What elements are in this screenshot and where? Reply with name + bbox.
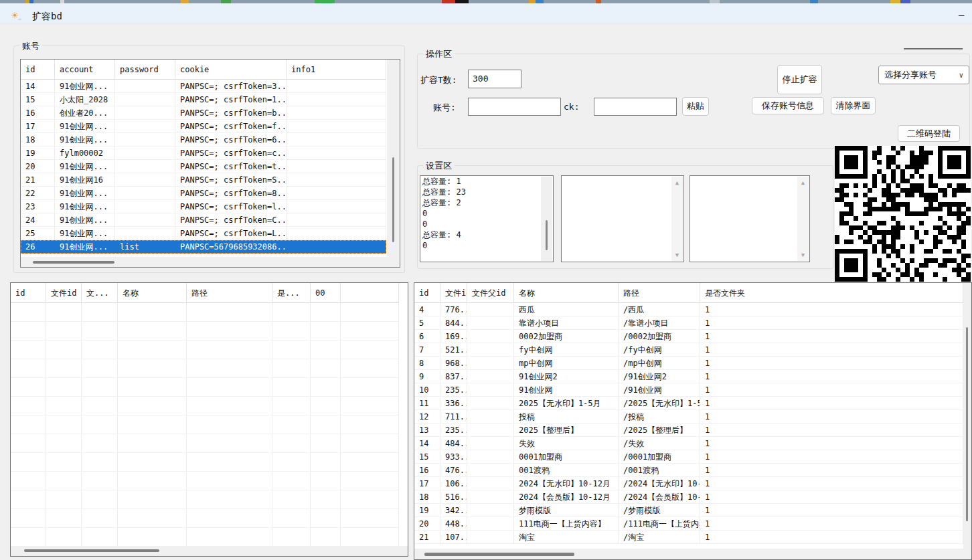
- right-file-table[interactable]: id文件id文件父id名称路径是否文件夹4776...西瓜/西瓜15844...…: [414, 282, 972, 560]
- table-row[interactable]: 13235...2025【整理后】/2025【整理后】1: [414, 424, 963, 437]
- table-row[interactable]: 2191创业网16PANPSC=; csrfToken=S...: [21, 173, 386, 187]
- table-row[interactable]: 15933...0001加盟商/0001加盟商1: [414, 450, 963, 464]
- table-cell: fy中创网: [514, 343, 619, 357]
- table-row[interactable]: 2491创业网...PANPSC=; csrfToken=C...: [21, 213, 386, 227]
- table-row[interactable]: [11, 509, 399, 528]
- table-row[interactable]: [11, 490, 399, 509]
- listbox2-scrollbar[interactable]: ▲ ▼: [671, 177, 683, 261]
- account-table[interactable]: idaccountpasswordcookieinfo11491创业网...PA…: [20, 59, 400, 268]
- table-row[interactable]: 1491创业网...PANPSC=; csrfToken=3...: [21, 80, 386, 93]
- table-row[interactable]: [11, 415, 399, 434]
- table-row[interactable]: 15小太阳_2028PANPSC=; csrfToken=1...: [21, 93, 386, 106]
- table-row[interactable]: 2591创业网...PANPSC=; csrfToken=L...: [21, 227, 386, 240]
- table-row[interactable]: [11, 453, 399, 472]
- settings-listbox-2[interactable]: ▲ ▼: [561, 175, 684, 262]
- scroll-up-icon[interactable]: ▲: [797, 179, 809, 187]
- table-row[interactable]: [11, 397, 399, 415]
- table-row[interactable]: 8968...mp中创网/mp中创网1: [414, 357, 963, 370]
- h-scroll-track[interactable]: [21, 257, 387, 267]
- table-row[interactable]: [11, 322, 399, 341]
- left-file-table[interactable]: id文件id文...名称路径是...00: [10, 282, 408, 557]
- h-scroll-thumb[interactable]: [424, 553, 574, 556]
- column-header: 路径: [619, 283, 700, 303]
- v-scroll-thumb[interactable]: [392, 157, 394, 242]
- table-cell: [311, 397, 341, 415]
- table-row[interactable]: 5844...靠谱小项目/靠谱小项目1: [414, 316, 963, 330]
- minimize-button[interactable]: —: [959, 14, 971, 17]
- expand-t-input[interactable]: 300: [468, 70, 521, 88]
- table-cell: [311, 528, 341, 547]
- table-cell: [467, 464, 514, 477]
- table-cell: PANPSC=; csrfToken=b...: [175, 106, 287, 120]
- table-row[interactable]: 7521...fy中创网/fy中创网1: [414, 343, 963, 357]
- table-row[interactable]: 1891创业网...PANPSC=; csrfToken=6...: [21, 133, 386, 147]
- table-row[interactable]: 9837...91创业网2/91创业网21: [414, 370, 963, 383]
- table-row[interactable]: 14484...失效/失效1: [414, 437, 963, 450]
- settings-group-label: 设置区: [423, 160, 455, 172]
- stop-expand-button[interactable]: 停止扩容: [777, 65, 822, 94]
- table-cell: 1: [700, 383, 963, 397]
- table-cell: [46, 303, 82, 322]
- h-scroll-thumb[interactable]: [33, 261, 114, 264]
- table-cell: [11, 359, 46, 378]
- capacity-listbox[interactable]: 总容量: 1总容量: 23总容量: 200总容量: 40: [420, 175, 554, 262]
- table-row[interactable]: [11, 528, 399, 547]
- table-row[interactable]: [11, 303, 399, 322]
- table-row[interactable]: 17106...2024【无水印】10-12月/2024【无水印】10-12月1: [414, 477, 963, 490]
- table-row[interactable]: 6169...0002加盟商/0002加盟商1: [414, 330, 963, 343]
- table-row[interactable]: [11, 341, 399, 359]
- account-input[interactable]: [468, 98, 561, 116]
- table-row[interactable]: 21107...淘宝/淘宝1: [414, 531, 963, 544]
- listbox1-scrollbar[interactable]: [541, 177, 552, 261]
- table-cell: 1: [700, 517, 963, 531]
- clear-ui-button[interactable]: 清除界面: [831, 97, 876, 114]
- h-scroll-track[interactable]: [414, 549, 963, 559]
- table-row[interactable]: 16476...001渡鸦/001渡鸦1: [414, 464, 963, 477]
- share-account-select[interactable]: 选择分享账号 ∨: [878, 66, 969, 84]
- table-row[interactable]: 10235...91创业网/91创业网1: [414, 383, 963, 397]
- ck-input[interactable]: [594, 98, 677, 116]
- qr-login-button[interactable]: 二维码登陆: [898, 125, 960, 142]
- scroll-up-icon[interactable]: ▲: [671, 179, 683, 187]
- listbox3-scrollbar[interactable]: ▲ ▼: [797, 177, 809, 261]
- table-row[interactable]: 11336...2025【无水印】1-5月/2025【无水印】1-5月1: [414, 397, 963, 410]
- table-cell: 17: [21, 120, 55, 133]
- table-row[interactable]: [11, 359, 399, 378]
- table-cell: 13: [414, 424, 440, 437]
- table-cell: [341, 397, 399, 415]
- table-cell: [341, 528, 399, 547]
- table-cell: 91创业网...: [55, 240, 115, 254]
- paste-button[interactable]: 粘贴: [682, 97, 709, 116]
- table-row[interactable]: 12711...投稿/投稿1: [414, 410, 963, 424]
- table-cell: [46, 453, 82, 472]
- table-row[interactable]: 16创业者20...PANPSC=; csrfToken=b...: [21, 106, 386, 120]
- table-body: 4776...西瓜/西瓜15844...靠谱小项目/靠谱小项目16169...0…: [414, 303, 963, 544]
- table-row[interactable]: 19fylm00002PANPSC=; csrfToken=c...: [21, 147, 386, 160]
- v-scroll-thumb[interactable]: [966, 327, 968, 521]
- save-account-info-button[interactable]: 保存账号信息: [752, 97, 824, 114]
- scroll-down-icon[interactable]: ▼: [797, 251, 809, 259]
- table-row[interactable]: [11, 472, 399, 490]
- listbox1-scroll-thumb[interactable]: [546, 220, 548, 250]
- table-row[interactable]: 2391创业网...PANPSC=; csrfToken=l...: [21, 200, 386, 213]
- table-row[interactable]: 1791创业网...PANPSC=; csrfToken=f...: [21, 120, 386, 133]
- table-row[interactable]: 4776...西瓜/西瓜1: [414, 303, 963, 316]
- table-row[interactable]: 19342...梦雨模版/梦雨模版1: [414, 504, 963, 517]
- table-cell: /2024【会员版】10-12月: [619, 490, 700, 504]
- v-scroll-track[interactable]: [387, 60, 400, 267]
- table-row[interactable]: 20448...111电商一【上货内容】/111电商一【上货内容】1: [414, 517, 963, 531]
- table-row[interactable]: [11, 434, 399, 453]
- v-scroll-track[interactable]: [963, 283, 971, 559]
- table-row[interactable]: 2291创业网...PANPSC=; csrfToken=8...: [21, 187, 386, 200]
- table-row[interactable]: 2691创业网...listPANPSC=5679685932086...: [21, 240, 386, 254]
- table-row[interactable]: 2091创业网...PANPSC=; csrfToken=t...: [21, 160, 386, 173]
- table-row[interactable]: [11, 378, 399, 397]
- h-scroll-track[interactable]: [11, 546, 408, 556]
- h-scroll-thumb[interactable]: [24, 549, 159, 552]
- settings-listbox-3[interactable]: ▲ ▼: [690, 175, 810, 262]
- scroll-down-icon[interactable]: ▼: [671, 251, 683, 259]
- column-header: 00: [311, 283, 341, 303]
- table-cell: [115, 93, 175, 106]
- table-cell: [341, 341, 399, 359]
- table-row[interactable]: 18516...2024【会员版】10-12月/2024【会员版】10-12月1: [414, 490, 963, 504]
